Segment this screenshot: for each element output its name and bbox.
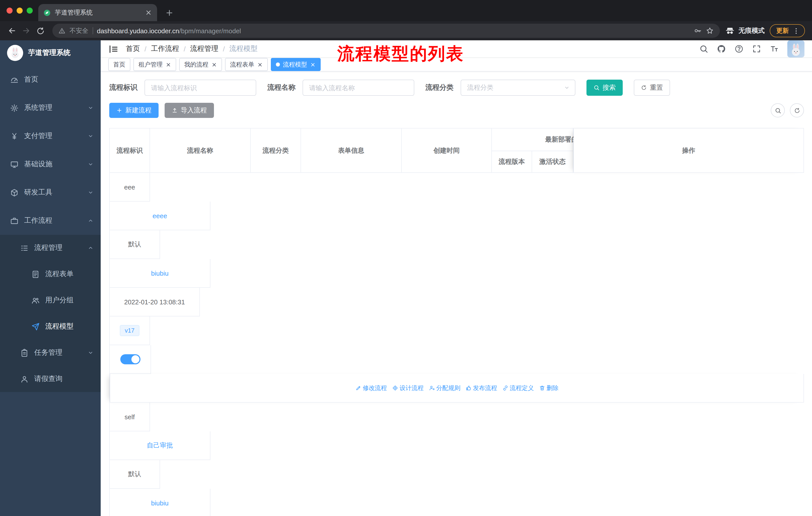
font-size-icon[interactable] xyxy=(770,44,779,53)
tag-close-icon[interactable] xyxy=(166,62,171,67)
refresh-icon xyxy=(794,107,800,114)
window-close-button[interactable] xyxy=(6,7,12,13)
tab-close-icon[interactable] xyxy=(145,9,152,16)
breadcrumb-item[interactable]: 流程管理 xyxy=(190,44,219,53)
search-icon xyxy=(593,85,600,91)
active-toggle[interactable] xyxy=(120,354,140,364)
tag-my-process[interactable]: 我的流程 xyxy=(179,58,222,71)
tag-close-icon[interactable] xyxy=(257,62,263,67)
tag-tenant-mgmt[interactable]: 租户管理 xyxy=(134,58,176,71)
back-button[interactable] xyxy=(5,24,19,38)
process-name-label: 流程名称 xyxy=(267,83,295,92)
tag-close-icon[interactable] xyxy=(310,62,316,67)
help-icon[interactable] xyxy=(734,44,744,53)
assign-user-icon xyxy=(429,385,435,391)
sidebar-item-process-mgmt[interactable]: 流程管理 xyxy=(0,235,101,261)
browser-tab[interactable]: 芋道管理系统 xyxy=(38,4,157,21)
tag-home[interactable]: 首页 xyxy=(108,58,130,71)
sidebar-item-user-group[interactable]: 用户分组 xyxy=(0,287,101,314)
cell-process-id: eee xyxy=(110,173,150,201)
refresh-table-button[interactable] xyxy=(790,103,804,117)
tab-title: 芋道管理系统 xyxy=(55,8,141,17)
assign-rule-link[interactable]: 分配规则 xyxy=(429,384,460,392)
breadcrumb-item[interactable]: 工作流程 xyxy=(151,44,179,53)
process-name-link[interactable]: 自己审批 xyxy=(147,441,173,450)
search-icon[interactable] xyxy=(699,44,708,53)
security-label: 不安全 xyxy=(69,26,88,35)
browser-toolbar: 不安全 dashboard.yudao.iocoder.cn/bpm/manag… xyxy=(0,21,812,40)
window-minimize-button[interactable] xyxy=(17,7,23,13)
chevron-down-icon xyxy=(88,161,94,167)
security-warning-icon[interactable] xyxy=(58,27,65,34)
sidebar-item-infrastructure[interactable]: 基础设施 xyxy=(0,150,101,179)
create-process-button[interactable]: 新建流程 xyxy=(109,103,158,118)
dashboard-icon xyxy=(10,75,19,84)
reload-button[interactable] xyxy=(33,24,47,38)
github-icon[interactable] xyxy=(717,44,726,53)
address-bar[interactable]: 不安全 dashboard.yudao.iocoder.cn/bpm/manag… xyxy=(52,24,720,38)
app-title: 芋道管理系统 xyxy=(28,48,70,57)
cell-category: 默认 xyxy=(110,460,160,489)
process-category-select[interactable]: 流程分类 xyxy=(461,80,575,96)
column-header-name: 流程名称 xyxy=(150,129,251,173)
browser-menu-icon[interactable] xyxy=(792,27,800,34)
table-header: 流程标识 流程名称 流程分类 表单信息 创建时间 最新部署的流程定义 流程版本 … xyxy=(110,129,804,173)
tag-process-model[interactable]: 流程模型 xyxy=(271,58,321,71)
design-process-link[interactable]: 设计流程 xyxy=(392,384,424,392)
process-id-input[interactable] xyxy=(144,80,256,96)
window-controls xyxy=(0,7,33,13)
process-name-link[interactable]: eeee xyxy=(152,212,167,219)
sidebar-item-payment-mgmt[interactable]: 支付管理 xyxy=(0,122,101,150)
version-badge: v17 xyxy=(120,325,140,336)
sidebar-fold-icon[interactable] xyxy=(108,44,119,54)
process-category-label: 流程分类 xyxy=(425,83,454,92)
trash-icon xyxy=(539,385,545,391)
person-icon xyxy=(20,375,29,383)
new-tab-button[interactable] xyxy=(163,6,175,19)
sidebar-item-workflow[interactable]: 工作流程 xyxy=(0,207,101,235)
tag-process-form[interactable]: 流程表单 xyxy=(225,58,268,71)
import-process-button[interactable]: 导入流程 xyxy=(165,103,214,118)
forward-button[interactable] xyxy=(19,24,33,38)
reset-button[interactable]: 重置 xyxy=(634,80,670,96)
breadcrumb-item[interactable]: 首页 xyxy=(126,44,140,53)
incognito-icon xyxy=(725,26,735,36)
chevron-down-icon xyxy=(564,85,570,91)
plus-icon xyxy=(116,107,122,113)
fullscreen-icon[interactable] xyxy=(752,44,761,53)
sidebar-item-process-model[interactable]: 流程模型 xyxy=(0,314,101,340)
password-key-icon[interactable] xyxy=(694,27,702,35)
column-group-deployment: 最新部署的流程定义 流程版本 激活状态 xyxy=(492,129,573,173)
chevron-down-icon xyxy=(88,350,94,356)
cell-process-id: self xyxy=(110,403,150,431)
column-header-form: 表单信息 xyxy=(301,129,402,173)
sidebar: 芋道管理系统 首页 系统管理 支付管理 基础设施 xyxy=(0,40,101,516)
user-avatar[interactable] xyxy=(787,40,805,57)
sidebar-item-system-mgmt[interactable]: 系统管理 xyxy=(0,94,101,122)
process-name-input[interactable] xyxy=(302,80,414,96)
toggle-search-button[interactable] xyxy=(771,103,785,117)
sidebar-item-home[interactable]: 首页 xyxy=(0,65,101,94)
delete-link[interactable]: 删除 xyxy=(539,384,558,392)
publish-process-link[interactable]: 发布流程 xyxy=(465,384,497,392)
sidebar-item-task-mgmt[interactable]: 任务管理 xyxy=(0,340,101,366)
sidebar-item-dev-tools[interactable]: 研发工具 xyxy=(0,179,101,207)
form-info-link[interactable]: biubiu xyxy=(151,499,168,507)
sidebar-item-leave-query[interactable]: 请假查询 xyxy=(0,366,101,392)
column-header-ops: 操作 xyxy=(573,129,804,173)
users-icon xyxy=(31,296,40,305)
update-button[interactable]: 更新 xyxy=(770,24,805,37)
tag-close-icon[interactable] xyxy=(211,62,217,67)
bookmark-star-icon[interactable] xyxy=(706,27,714,35)
process-id-label: 流程标识 xyxy=(109,83,138,92)
search-button[interactable]: 搜索 xyxy=(586,80,623,96)
plus-icon xyxy=(165,8,173,17)
column-header-category: 流程分类 xyxy=(251,129,301,173)
sidebar-item-process-form[interactable]: 流程表单 xyxy=(0,261,101,287)
table-row: eee eeee 默认 biubiu 2022-01-20 13:08:31 v… xyxy=(110,173,804,403)
process-definition-link[interactable]: 流程定义 xyxy=(502,384,534,392)
modify-process-link[interactable]: 修改流程 xyxy=(355,384,387,392)
column-header-id: 流程标识 xyxy=(110,129,150,173)
form-info-link[interactable]: biubiu xyxy=(151,269,168,277)
window-zoom-button[interactable] xyxy=(27,7,33,13)
